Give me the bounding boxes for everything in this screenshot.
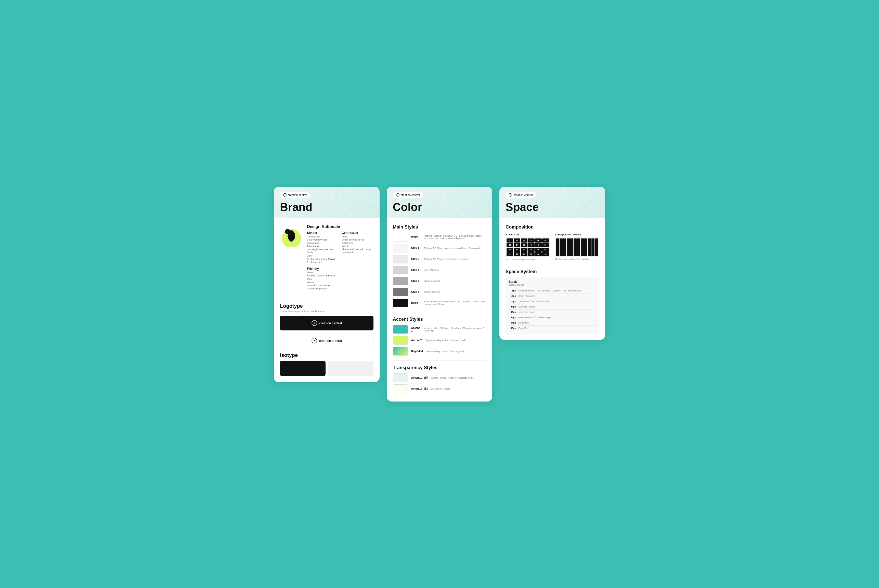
- gc-15: 40: [521, 248, 527, 252]
- brand-logo-pill: creation central: [280, 192, 310, 198]
- color-row-accent2t12: Accent 2 - t12 BG Screen Modals: [393, 384, 487, 393]
- gc-9: 32: [521, 243, 527, 247]
- space-row-16: 16px Table rows / Text in item cards: [509, 299, 596, 304]
- gc-4: 32: [528, 238, 535, 243]
- svg-point-0: [370, 187, 380, 197]
- divider-space-1: [505, 265, 599, 265]
- isotype-boxes: [280, 361, 374, 376]
- color-row-gray2: Gray 2 Platform BG (Screens with specifi…: [393, 255, 487, 263]
- space-desc-8: Dropdown menu / Text in cards / Checklis…: [518, 290, 596, 292]
- gc-8: 24: [514, 243, 520, 247]
- divider-1: [280, 299, 374, 299]
- space-desc-32: Add more space: [518, 311, 596, 314]
- label-black: Black: [411, 302, 421, 304]
- dr-content: Design Rationale Simple CompositionClear…: [307, 225, 374, 294]
- dr-item-friendly-sub: FormsRounded shapes and subtle linesVisu…: [307, 271, 338, 290]
- transparency-title: Transparency Styles: [393, 365, 487, 370]
- swatch-accent1t15: [393, 374, 408, 382]
- col-10: [588, 238, 591, 256]
- space-panel-body: Composition 8-Point Grid 8 16 24 32 40 4…: [499, 218, 605, 340]
- composition-title: Composition: [505, 225, 599, 230]
- col-3: [563, 238, 566, 256]
- desc-accent2t12: BG Screen Modals: [431, 387, 450, 390]
- color-logo-icon: [396, 193, 400, 196]
- accent-styles-list: Accent 1 Visual graphics / Buttons / Che…: [393, 325, 487, 356]
- stack-box: Stack Vertical spaces ↓ 8px Dropdown men…: [505, 277, 599, 334]
- space-px-16: 16px: [509, 300, 516, 303]
- label-degraded: Degraded: [411, 350, 423, 352]
- col-7: [577, 238, 580, 256]
- color-logo-pill: creation central: [393, 192, 423, 198]
- gc-23: 40: [535, 252, 542, 256]
- gc-16: 48: [528, 248, 535, 252]
- dr-item-simple-sub: CompositionClear hierarchy and organizat…: [307, 235, 338, 264]
- gc-1: 8: [506, 238, 513, 243]
- stack-title: Stack: [509, 280, 524, 284]
- main-styles-title: Main Styles: [393, 225, 487, 230]
- desc-degraded: New campaign button / Campaign list: [426, 350, 464, 352]
- gc-7: 16: [506, 243, 513, 247]
- transparency-styles-list: Accent 1 - t15 Banner / Chips / Headers …: [393, 374, 487, 393]
- dr-item-simple: Simple CompositionClear hierarchy and or…: [307, 231, 338, 264]
- gc-10: 40: [528, 243, 535, 247]
- dr-logo-svg: [280, 225, 303, 248]
- dr-item-friendly: Friendly FormsRounded shapes and subtle …: [307, 267, 338, 290]
- gc-18: 64: [542, 248, 549, 252]
- grid-12col-label: 12 Responsive Columns: [555, 233, 599, 236]
- gc-2: 16: [514, 238, 520, 243]
- brand-logo-icon: [283, 193, 287, 196]
- label-gray1: Gray 1: [411, 247, 421, 249]
- color-row-gray1: Gray 1 Platform BG / Main access screens…: [393, 244, 487, 252]
- svg-point-18: [595, 187, 605, 197]
- space-desc-12: Chips / Switches: [518, 295, 596, 297]
- color-row-black: Black Texts / Inputs / Outlined buttons …: [393, 298, 487, 307]
- design-rationale-block: Design Rationale Simple CompositionClear…: [280, 225, 374, 294]
- swatch-degraded: [393, 347, 408, 356]
- space-px-12: 12px: [509, 295, 516, 297]
- color-row-degraded: Degraded New campaign button / Campaign …: [393, 347, 487, 356]
- desc-black: Texts / Inputs / Outlined buttons / BG -…: [424, 300, 487, 306]
- space-px-80: 80px: [509, 327, 516, 329]
- col-9: [584, 238, 588, 256]
- swatch-gray2: [393, 255, 408, 263]
- desc-gray3: Lines / Buttons: [424, 269, 439, 272]
- brand-panel-body: Design Rationale Simple CompositionClear…: [274, 218, 380, 382]
- cc-logo-dark-icon: [311, 320, 317, 326]
- logo-dark-text: creation central: [319, 321, 342, 325]
- swatch-gray1: [393, 244, 408, 252]
- space-logo-icon: [509, 193, 512, 196]
- gc-3: 24: [521, 238, 527, 243]
- label-accent2: Accent 2: [411, 339, 422, 342]
- label-gray5: Gray 5: [411, 290, 421, 293]
- col-11: [591, 238, 595, 256]
- space-row-12: 12px Chips / Switches: [509, 294, 596, 299]
- dr-item-centralized-sub: ColorColors accents can be customized.Vi…: [342, 235, 373, 255]
- svg-point-8: [285, 229, 290, 234]
- gc-13: 24: [506, 248, 513, 252]
- swatch-gray3: [393, 266, 408, 274]
- isotype-title: Isotype: [280, 352, 374, 358]
- space-px-64: 64px: [509, 321, 516, 324]
- color-pill-label: creation central: [401, 194, 420, 196]
- panels-container: creation central Brand Design Rationale: [274, 187, 605, 402]
- label-gray2: Gray 2: [411, 258, 421, 260]
- col-1: [556, 238, 559, 256]
- space-desc-80: Page End: [518, 327, 596, 329]
- desc-accent2: Chips / Visual graphics / Buttons / Card…: [425, 339, 466, 342]
- logotype-sub: *Canva is not responsible for brand crea…: [280, 310, 374, 313]
- space-px-32: 32px: [509, 311, 516, 314]
- space-row-64: 64px Molecules: [509, 320, 596, 326]
- space-pill-label: creation central: [514, 194, 533, 196]
- logotype-title: Logotype: [280, 303, 374, 309]
- stack-header-left: Stack Vertical spaces: [509, 280, 524, 286]
- dr-items-grid: Simple CompositionClear hierarchy and or…: [307, 231, 374, 290]
- composition-block: Composition 8-Point Grid 8 16 24 32 40 4…: [505, 225, 599, 261]
- grid-12col-visual: [555, 237, 599, 257]
- gc-14: 32: [514, 248, 520, 252]
- dr-logo: [280, 225, 303, 248]
- grid-12col-sub: 12 Responsive columns from desktop: [555, 258, 599, 260]
- swatch-accent2t12: [393, 384, 408, 393]
- gc-22: 32: [528, 252, 535, 256]
- col-6: [574, 238, 577, 256]
- brand-panel-header: creation central Brand: [274, 187, 380, 218]
